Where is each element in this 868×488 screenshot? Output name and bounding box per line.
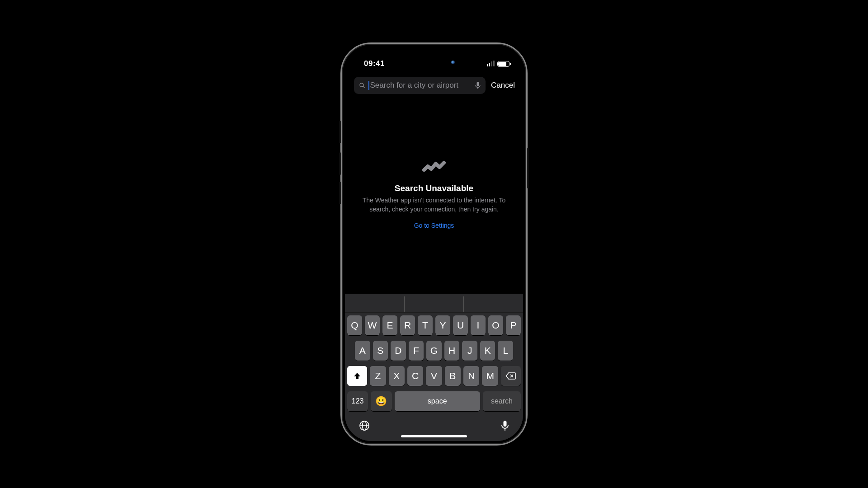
key-j[interactable]: J — [462, 341, 477, 361]
keyboard-bottom-bar — [345, 414, 523, 441]
svg-rect-2 — [477, 82, 479, 86]
key-k[interactable]: K — [480, 341, 495, 361]
empty-state-title: Search Unavailable — [395, 183, 473, 193]
key-s[interactable]: S — [373, 341, 388, 361]
key-c[interactable]: C — [407, 366, 423, 386]
key-g[interactable]: G — [426, 341, 442, 361]
status-time: 09:41 — [364, 59, 385, 68]
prediction-slot[interactable] — [345, 296, 405, 312]
space-key[interactable]: space — [395, 391, 480, 411]
dynamic-island — [402, 53, 466, 71]
prediction-slot[interactable] — [464, 296, 523, 312]
key-q[interactable]: Q — [347, 315, 362, 335]
emoji-key[interactable]: 😀 — [371, 391, 392, 411]
mic-icon[interactable] — [500, 420, 509, 432]
key-i[interactable]: I — [471, 315, 486, 335]
svg-line-1 — [363, 86, 364, 88]
globe-icon[interactable] — [359, 420, 370, 432]
key-p[interactable]: P — [506, 315, 521, 335]
search-row: Cancel — [345, 74, 523, 99]
search-field[interactable] — [354, 77, 486, 94]
key-v[interactable]: V — [426, 366, 442, 386]
content-area: Search Unavailable The Weather app isn't… — [345, 99, 523, 294]
key-e[interactable]: E — [382, 315, 397, 335]
key-z[interactable]: Z — [370, 366, 386, 386]
key-d[interactable]: D — [391, 341, 406, 361]
key-l[interactable]: L — [498, 341, 513, 361]
cellular-signal-icon — [487, 61, 495, 66]
keyboard-prediction-bar — [345, 296, 523, 313]
go-to-settings-link[interactable]: Go to Settings — [414, 222, 454, 229]
text-cursor — [368, 81, 369, 90]
offline-cloud-icon — [420, 157, 448, 174]
front-camera-icon — [451, 61, 455, 64]
backspace-key[interactable] — [501, 366, 521, 386]
return-key[interactable]: search — [483, 391, 521, 411]
search-icon — [359, 82, 366, 89]
battery-icon — [497, 61, 509, 67]
key-b[interactable]: B — [445, 366, 461, 386]
keyboard: QWERTYUIOP ASDFGHJKL ZXCVBNM 123 😀 space… — [345, 294, 523, 441]
key-a[interactable]: A — [355, 341, 370, 361]
key-n[interactable]: N — [463, 366, 479, 386]
key-w[interactable]: W — [365, 315, 380, 335]
svg-point-0 — [360, 83, 363, 87]
empty-state: Search Unavailable The Weather app isn't… — [345, 157, 523, 229]
key-r[interactable]: R — [400, 315, 415, 335]
screen: 09:41 Cancel — [345, 47, 523, 441]
status-icons — [487, 61, 509, 67]
key-y[interactable]: Y — [435, 315, 450, 335]
dictate-icon[interactable] — [475, 81, 481, 89]
cancel-button[interactable]: Cancel — [491, 81, 515, 90]
key-t[interactable]: T — [418, 315, 433, 335]
search-input[interactable] — [370, 81, 472, 90]
key-u[interactable]: U — [453, 315, 468, 335]
key-x[interactable]: X — [389, 366, 405, 386]
device-frame: 09:41 Cancel — [340, 42, 528, 446]
prediction-slot[interactable] — [405, 296, 464, 312]
empty-state-body: The Weather app isn't connected to the i… — [358, 196, 510, 214]
key-m[interactable]: M — [482, 366, 498, 386]
key-f[interactable]: F — [409, 341, 424, 361]
key-h[interactable]: H — [444, 341, 460, 361]
home-indicator[interactable] — [401, 435, 467, 437]
svg-rect-7 — [504, 421, 507, 427]
numbers-key[interactable]: 123 — [347, 391, 368, 411]
shift-key[interactable] — [347, 366, 367, 386]
key-o[interactable]: O — [488, 315, 503, 335]
